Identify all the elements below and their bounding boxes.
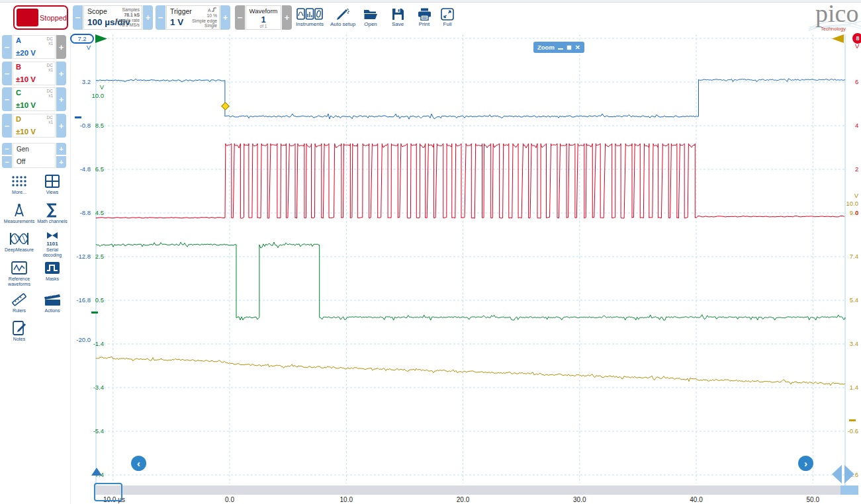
axis-d-unit: V (832, 192, 858, 200)
scroll-page-left-arrow[interactable] (832, 465, 842, 483)
time-scrollbar-track[interactable] (96, 485, 858, 495)
channel-c-zero-marker (91, 312, 98, 314)
pan-left-button[interactable]: ‹ (131, 456, 146, 471)
pan-right-button[interactable]: › (798, 456, 813, 471)
channel-c-axis-arrow[interactable] (95, 34, 107, 43)
zoom-minimize-icon[interactable] (558, 45, 563, 50)
zoom-close-icon[interactable]: ✕ (575, 44, 580, 51)
zoom-overlay-label: Zoom (537, 44, 555, 51)
time-scrollbar-viewport[interactable] (94, 483, 122, 501)
zoom-maximize-icon[interactable] (566, 45, 572, 50)
time-scrollbar-end-cap[interactable] (840, 485, 858, 495)
axis-c-max: 10.0 (77, 92, 104, 100)
scroll-page-right-arrow[interactable] (844, 465, 854, 483)
zoom-overlay-toolbar[interactable]: Zoom ✕ (533, 42, 584, 53)
channel-b-axis-marker[interactable]: 8 (852, 33, 861, 44)
channel-d-axis-arrow[interactable] (832, 34, 844, 43)
channel-a-bottom-marker[interactable] (91, 468, 102, 476)
channel-a-zero-marker (75, 116, 81, 118)
channel-d-zero-marker (849, 419, 856, 421)
axis-c-unit: V (77, 83, 104, 91)
waveform-canvas[interactable] (0, 0, 861, 504)
axis-a-top-value-box[interactable]: 7.2 (70, 34, 94, 44)
axis-d-max: 10.0 (832, 200, 858, 208)
axis-a-unit: V (64, 44, 91, 52)
